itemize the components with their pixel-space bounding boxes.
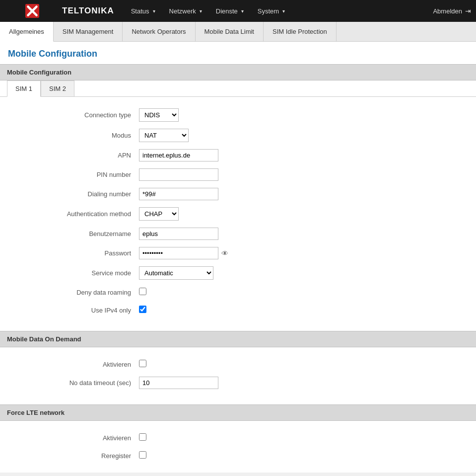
auth-select[interactable]: CHAP PAP None [139,207,179,221]
timeout-label: No data timeout (sec) [10,379,139,387]
deny-roaming-row: Deny data roaming [0,283,476,301]
password-wrapper: 👁 [139,247,288,259]
apn-label: APN [10,152,139,159]
menu-netzwerk[interactable]: Netzwerk ▾ [162,0,209,22]
status-dropdown-icon: ▾ [153,8,155,14]
main-content: Mobile Configuration Mobile Configuratio… [0,42,476,473]
tab-allgemeines[interactable]: Allgemeines [0,22,54,42]
page-title: Mobile Configuration [0,42,476,64]
force-lte-form: Aktivieren Reregister [0,421,476,473]
lte-aktivieren-label: Aktivieren [10,434,139,442]
passwort-control: 👁 [139,247,288,259]
brand-name: TELTONIKA [62,6,114,16]
tab-sim2[interactable]: SIM 2 [41,80,74,97]
on-demand-aktivieren-control [139,360,288,369]
auth-label: Authentication method [10,210,139,218]
tab-network-operators[interactable]: Network Operators [123,22,195,41]
reregister-label: Reregister [10,452,139,460]
on-demand-aktivieren-row: Aktivieren [0,355,476,373]
tab-sim1[interactable]: SIM 1 [7,80,41,97]
apn-input[interactable] [139,149,218,161]
auth-row: Authentication method CHAP PAP None [0,204,476,224]
dialing-label: Dialing number [10,190,139,198]
connection-type-select[interactable]: NDIS PPP [139,108,179,122]
logo: TELTONIKA [5,4,114,18]
force-lte-header: Force LTE network [0,404,476,421]
ipv4-row: Use IPv4 only [0,301,476,319]
dialing-row: Dialing number [0,184,476,204]
topnav: TELTONIKA Status ▾ Netzwerk ▾ Dienste ▾ … [0,0,476,22]
reregister-checkbox[interactable] [139,451,146,459]
dialing-control [139,188,288,200]
system-dropdown-icon: ▾ [282,8,285,14]
netzwerk-dropdown-icon: ▾ [200,8,202,14]
sim-form: Connection type NDIS PPP Modus NAT Bridg… [0,97,476,327]
mobile-on-demand-form: Aktivieren No data timeout (sec) [0,347,476,400]
passwort-label: Passwort [10,249,139,257]
section-header: Mobile Configuration [0,64,476,80]
tab-bar: Allgemeines SIM Management Network Opera… [0,22,476,42]
service-select[interactable]: Automatic 2G only 3G only 4G only [139,266,213,280]
tab-sim-management[interactable]: SIM Management [54,22,123,41]
logout-button[interactable]: Abmelden ⇥ [433,7,471,15]
reregister-row: Reregister [0,447,476,465]
service-control: Automatic 2G only 3G only 4G only [139,266,288,280]
pin-row: PIN number [0,165,476,184]
connection-type-label: Connection type [10,111,139,119]
deny-roaming-label: Deny data roaming [10,289,139,296]
modus-label: Modus [10,132,139,139]
service-label: Service mode [10,269,139,277]
dienste-dropdown-icon: ▾ [241,8,244,14]
ipv4-checkbox[interactable] [139,306,146,313]
passwort-input[interactable] [139,247,218,259]
topnav-menu: Status ▾ Netzwerk ▾ Dienste ▾ System ▾ [124,0,433,22]
pin-control [139,168,288,181]
auth-control: CHAP PAP None [139,207,288,221]
dialing-input[interactable] [139,188,218,200]
benutzername-control [139,228,288,240]
toggle-password-icon[interactable]: 👁 [221,249,228,257]
deny-roaming-checkbox[interactable] [139,288,146,295]
timeout-input[interactable] [139,377,218,389]
timeout-row: No data timeout (sec) [0,373,476,393]
menu-system[interactable]: System ▾ [251,0,292,22]
apn-row: APN [0,146,476,165]
pin-label: PIN number [10,171,139,178]
menu-status[interactable]: Status ▾ [124,0,162,22]
deny-roaming-control [139,288,288,297]
benutzername-label: Benutzername [10,230,139,238]
tab-sim-idle-protection[interactable]: SIM Idle Protection [264,22,337,41]
lte-aktivieren-row: Aktivieren [0,429,476,447]
reregister-control [139,451,288,460]
modus-select[interactable]: NAT Bridge [139,129,189,142]
teltonika-logo-icon [5,4,60,18]
modus-row: Modus NAT Bridge [0,125,476,146]
apn-control [139,149,288,161]
modus-control: NAT Bridge [139,129,288,142]
benutzername-row: Benutzername [0,224,476,243]
lte-aktivieren-checkbox[interactable] [139,433,146,441]
benutzername-input[interactable] [139,228,218,240]
ipv4-label: Use IPv4 only [10,307,139,314]
connection-type-control: NDIS PPP [139,108,288,122]
passwort-row: Passwort 👁 [0,243,476,263]
connection-type-row: Connection type NDIS PPP [0,105,476,125]
timeout-control [139,377,288,389]
mobile-on-demand-header: Mobile Data On Demand [0,331,476,347]
service-row: Service mode Automatic 2G only 3G only 4… [0,263,476,283]
logout-icon: ⇥ [465,7,471,15]
sim-tabs: SIM 1 SIM 2 [0,80,476,97]
on-demand-aktivieren-label: Aktivieren [10,361,139,368]
lte-aktivieren-control [139,433,288,442]
menu-dienste[interactable]: Dienste ▾ [209,0,251,22]
ipv4-control [139,306,288,315]
pin-input[interactable] [139,168,218,181]
tab-mobile-data-limit[interactable]: Mobile Data Limit [196,22,264,41]
on-demand-aktivieren-checkbox[interactable] [139,360,146,367]
